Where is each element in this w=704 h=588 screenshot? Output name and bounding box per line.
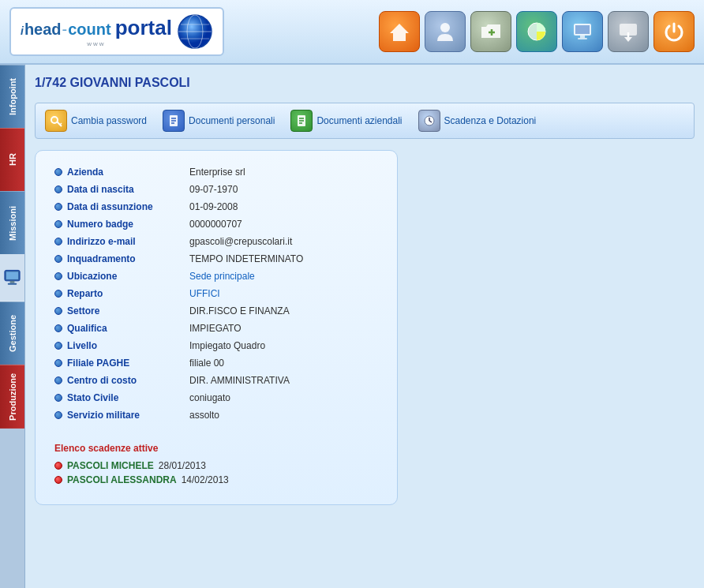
info-row: Settore DIR.FISCO E FINANZA bbox=[54, 305, 378, 316]
field-value: assolto bbox=[189, 410, 219, 421]
bullet-icon bbox=[54, 185, 62, 193]
bullet-icon bbox=[54, 411, 62, 419]
clock-icon bbox=[418, 110, 440, 132]
field-label: Livello bbox=[67, 340, 189, 351]
info-row: Reparto UFFICI bbox=[54, 288, 378, 299]
svg-rect-13 bbox=[578, 38, 587, 39]
info-row: Centro di costo DIR. AMMINISTRATIVA bbox=[54, 375, 378, 386]
info-row: Ubicazione Sede principale bbox=[54, 271, 378, 282]
content-area: 1/742 GIOVANNI PASCOLI Cambia password bbox=[25, 65, 704, 588]
chart-button[interactable] bbox=[516, 11, 557, 52]
svg-rect-20 bbox=[8, 283, 17, 284]
header: i head - count portal www bbox=[0, 0, 704, 65]
download-button[interactable] bbox=[608, 11, 649, 52]
field-value: DIR.FISCO E FINANZA bbox=[189, 305, 290, 316]
sidebar-computer-icon bbox=[0, 254, 24, 301]
sidebar-item-missioni[interactable]: Missioni bbox=[0, 191, 24, 254]
scadenza-item: PASCOLI ALESSANDRA 14/02/2013 bbox=[54, 474, 378, 485]
svg-marker-15 bbox=[624, 37, 632, 42]
sidebar-item-infopoint[interactable]: Infopoint bbox=[0, 65, 24, 128]
monitor-button[interactable] bbox=[562, 11, 603, 52]
sidebar-item-produzione[interactable]: Produzione bbox=[0, 365, 24, 429]
field-value: gpascoli@crepuscolari.it bbox=[189, 236, 292, 247]
field-value: UFFICI bbox=[189, 288, 220, 299]
tab-scadenza[interactable]: Scadenza e Dotazioni bbox=[418, 110, 537, 132]
bullet-icon bbox=[54, 203, 62, 211]
info-row: Azienda Enterprise srl bbox=[54, 167, 378, 178]
info-row: Livello Impiegato Quadro bbox=[54, 340, 378, 351]
field-value: coniugato bbox=[189, 392, 230, 403]
bullet-icon bbox=[54, 324, 62, 332]
field-value: filiale 00 bbox=[189, 358, 224, 369]
tab-doc-personali[interactable]: Documenti personali bbox=[163, 110, 275, 132]
logo-area: i head - count portal www bbox=[9, 7, 224, 56]
field-label: Data di assunzione bbox=[67, 201, 189, 212]
field-value: 0000000707 bbox=[189, 219, 242, 230]
sidebar-item-gestione[interactable]: Gestione bbox=[0, 301, 24, 365]
red-bullet-icon bbox=[54, 476, 62, 484]
power-button[interactable] bbox=[653, 11, 695, 52]
svg-rect-19 bbox=[10, 280, 15, 283]
svg-marker-5 bbox=[390, 24, 409, 41]
info-row: Stato Civile coniugato bbox=[54, 392, 378, 403]
bullet-icon bbox=[54, 359, 62, 367]
field-value: Sede principale bbox=[189, 271, 255, 282]
bullet-icon bbox=[54, 255, 62, 263]
scadenza-item: PASCOLI MICHELE 28/01/2013 bbox=[54, 460, 378, 471]
left-sidebar: Infopoint HR Missioni Gestione Produzion… bbox=[0, 65, 25, 588]
scadenza-name: PASCOLI ALESSANDRA bbox=[67, 474, 177, 485]
person-button[interactable] bbox=[425, 11, 466, 52]
bullet-icon bbox=[54, 290, 62, 298]
tab-password[interactable]: Cambia password bbox=[45, 110, 147, 132]
globe-icon bbox=[177, 13, 213, 50]
field-value: Enterprise srl bbox=[189, 167, 245, 178]
doc-green-icon bbox=[290, 110, 313, 132]
field-label: Data di nascita bbox=[67, 184, 189, 195]
folder-add-button[interactable] bbox=[470, 11, 511, 52]
home-button[interactable] bbox=[379, 11, 420, 52]
svg-rect-18 bbox=[6, 272, 18, 279]
scadenza-date: 14/02/2013 bbox=[182, 474, 229, 485]
scadenza-name: PASCOLI MICHELE bbox=[67, 460, 154, 471]
field-value: 01-09-2008 bbox=[189, 201, 238, 212]
bullet-icon bbox=[54, 272, 62, 280]
field-label: Stato Civile bbox=[67, 392, 189, 403]
bullet-icon bbox=[54, 394, 62, 402]
scadenze-section: Elenco scadenze attive PASCOLI MICHELE 2… bbox=[54, 436, 378, 485]
employee-info-card: Azienda Enterprise srl Data di nascita 0… bbox=[35, 150, 398, 505]
info-row: Inquadramento TEMPO INDETERMINATO bbox=[54, 253, 378, 264]
bullet-icon bbox=[54, 168, 62, 176]
tab-doc-aziendali[interactable]: Documenti aziendali bbox=[290, 110, 402, 132]
red-bullet-icon bbox=[54, 462, 62, 470]
info-row: Filiale PAGHE filiale 00 bbox=[54, 358, 378, 369]
field-value: 09-07-1970 bbox=[189, 184, 238, 195]
svg-point-6 bbox=[440, 23, 450, 32]
field-label: Numero badge bbox=[67, 219, 189, 230]
info-row: Qualifica IMPIEGATO bbox=[54, 323, 378, 334]
info-row: Data di nascita 09-07-1970 bbox=[54, 184, 378, 195]
field-label: Indirizzo e-mail bbox=[67, 236, 189, 247]
info-row: Data di assunzione 01-09-2008 bbox=[54, 201, 378, 212]
field-value: TEMPO INDETERMINATO bbox=[189, 253, 303, 264]
field-label: Servizio militare bbox=[67, 410, 189, 421]
field-label: Reparto bbox=[67, 288, 189, 299]
field-value: Impiegato Quadro bbox=[189, 340, 265, 351]
sidebar-item-hr[interactable]: HR bbox=[0, 128, 24, 191]
info-row: Servizio militare assolto bbox=[54, 410, 378, 421]
toolbar bbox=[379, 11, 695, 52]
field-label: Centro di costo bbox=[67, 375, 189, 386]
bullet-icon bbox=[54, 238, 62, 245]
field-value: DIR. AMMINISTRATIVA bbox=[189, 375, 290, 386]
fields-container: Azienda Enterprise srl Data di nascita 0… bbox=[54, 167, 378, 421]
info-row: Indirizzo e-mail gpascoli@crepuscolari.i… bbox=[54, 236, 378, 247]
logo-tagline: www bbox=[87, 40, 105, 47]
field-label: Filiale PAGHE bbox=[67, 358, 189, 369]
scadenza-date: 28/01/2013 bbox=[159, 460, 206, 471]
field-value: IMPIEGATO bbox=[189, 323, 242, 334]
svg-rect-12 bbox=[580, 36, 585, 38]
field-label: Inquadramento bbox=[67, 253, 189, 264]
info-row: Numero badge 0000000707 bbox=[54, 219, 378, 230]
page-title: 1/742 GIOVANNI PASCOLI bbox=[35, 71, 695, 95]
field-label: Azienda bbox=[67, 167, 189, 178]
field-label: Qualifica bbox=[67, 323, 189, 334]
